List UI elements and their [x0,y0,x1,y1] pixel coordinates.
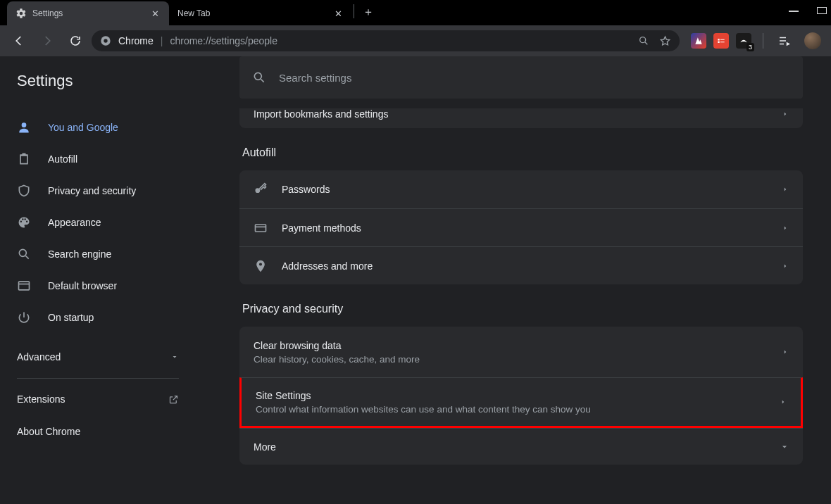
row-clear-browsing-data[interactable]: Clear browsing data Clear history, cooki… [239,327,803,377]
settings-app: Settings You and Google Autofill Privacy… [0,56,831,504]
browser-icon [17,279,31,293]
settings-title: Settings [0,56,196,106]
extension-icons: 3 [684,29,824,53]
sidebar-item-search-engine[interactable]: Search engine [0,238,196,270]
gear-icon [15,8,27,19]
chevron-right-icon [782,111,789,118]
reload-button[interactable] [63,29,87,53]
sidebar-item-default-browser[interactable]: Default browser [0,270,196,301]
import-card: Import bookmarks and settings [239,108,803,128]
url-path: chrome://settings/people [170,35,631,46]
sidebar-item-you-and-google[interactable]: You and Google [0,111,196,143]
tab-separator [354,4,354,18]
back-button[interactable] [7,29,31,53]
sidebar-item-label: You and Google [48,122,118,133]
svg-rect-5 [19,282,30,290]
settings-main: Import bookmarks and settings Autofill P… [196,56,831,504]
row-more[interactable]: More [239,428,803,465]
settings-sidebar: Settings You and Google Autofill Privacy… [0,56,196,504]
svg-rect-8 [256,225,266,232]
search-settings-input[interactable] [279,72,790,84]
sidebar-about-link[interactable]: About Chrome [0,415,196,448]
sidebar-item-privacy[interactable]: Privacy and security [0,175,196,206]
row-payment-methods[interactable]: Payment methods [239,208,803,246]
sidebar-item-appearance[interactable]: Appearance [0,206,196,238]
row-label: Passwords [282,184,768,195]
tab-close-button[interactable]: ✕ [149,8,161,19]
tab-strip: Settings ✕ New Tab ✕ ＋ [7,0,378,25]
browser-toolbar: Chrome | chrome://settings/people 3 [0,25,831,56]
chevron-down-icon [170,353,179,361]
new-tab-button[interactable]: ＋ [358,2,378,22]
row-label: Clear browsing data [254,340,342,351]
address-bar[interactable]: Chrome | chrome://settings/people [92,30,680,51]
tab-newtab[interactable]: New Tab ✕ [169,1,352,25]
row-label: Payment methods [282,222,768,234]
sidebar-item-label: Default browser [48,280,117,291]
extension-icon-2[interactable] [713,33,729,49]
svg-point-7 [256,188,261,193]
sidebar-item-label: Search engine [48,248,111,260]
clipboard-icon [17,152,31,166]
chevron-right-icon [782,186,789,193]
row-addresses[interactable]: Addresses and more [239,246,803,284]
bookmark-star-icon[interactable] [659,35,671,47]
section-title-privacy: Privacy and security [242,303,803,315]
row-sublabel: Clear history, cookies, cache, and more [254,354,420,365]
chevron-right-icon [782,263,789,270]
chevron-right-icon [782,348,789,355]
chevron-down-icon [780,443,789,451]
zoom-icon[interactable] [638,35,649,46]
sidebar-item-label: Privacy and security [48,185,136,196]
section-title-autofill: Autofill [242,146,803,159]
search-settings-bar[interactable] [239,56,803,99]
tab-settings[interactable]: Settings ✕ [7,1,169,25]
sidebar-item-autofill[interactable]: Autofill [0,143,196,175]
sidebar-advanced-toggle[interactable]: Advanced [0,340,196,374]
advanced-label: Advanced [17,351,61,363]
row-site-settings[interactable]: Site Settings Control what information w… [239,377,803,428]
sidebar-item-label: Appearance [48,217,101,228]
profile-avatar[interactable] [804,32,821,49]
svg-point-2 [640,37,646,43]
svg-point-6 [254,73,261,80]
tab-title: New Tab [177,8,327,18]
about-label: About Chrome [17,426,80,437]
row-label: Addresses and more [282,260,768,272]
url-origin: Chrome [118,35,154,46]
svg-point-1 [104,39,107,42]
row-import-bookmarks[interactable]: Import bookmarks and settings [239,108,803,128]
extension-icon-1[interactable] [691,33,706,49]
media-control-icon[interactable] [775,29,793,53]
omnibox-actions [638,35,671,47]
sidebar-item-label: Autofill [48,153,77,165]
tab-title: Settings [32,8,144,18]
window-minimize-button[interactable] [789,7,799,12]
chevron-right-icon [782,225,789,232]
sidebar-items: You and Google Autofill Privacy and secu… [0,106,196,340]
window-maximize-button[interactable] [817,7,827,14]
extension-badge: 3 [746,43,754,51]
tab-close-button[interactable]: ✕ [332,8,344,19]
person-icon [17,120,31,134]
extension-icon-3[interactable]: 3 [736,33,751,49]
chevron-right-icon [780,398,787,405]
autofill-card: Passwords Payment methods Addresses and … [239,170,803,284]
power-icon [17,310,31,325]
chrome-logo-icon [100,35,111,46]
search-icon [252,70,266,84]
sidebar-item-on-startup[interactable]: On startup [0,301,196,333]
location-pin-icon [254,259,268,273]
key-icon [254,182,268,196]
credit-card-icon [254,221,268,235]
sidebar-extensions-link[interactable]: Extensions [0,383,196,415]
toolbar-divider [763,33,763,49]
row-passwords[interactable]: Passwords [239,170,803,208]
forward-button[interactable] [35,29,59,53]
settings-content: Import bookmarks and settings Autofill P… [239,108,803,504]
svg-point-3 [22,122,27,127]
extensions-label: Extensions [17,393,65,405]
row-label: More [254,441,766,453]
browser-titlebar: Settings ✕ New Tab ✕ ＋ [0,0,831,25]
row-sublabel: Control what information websites can us… [256,404,591,415]
